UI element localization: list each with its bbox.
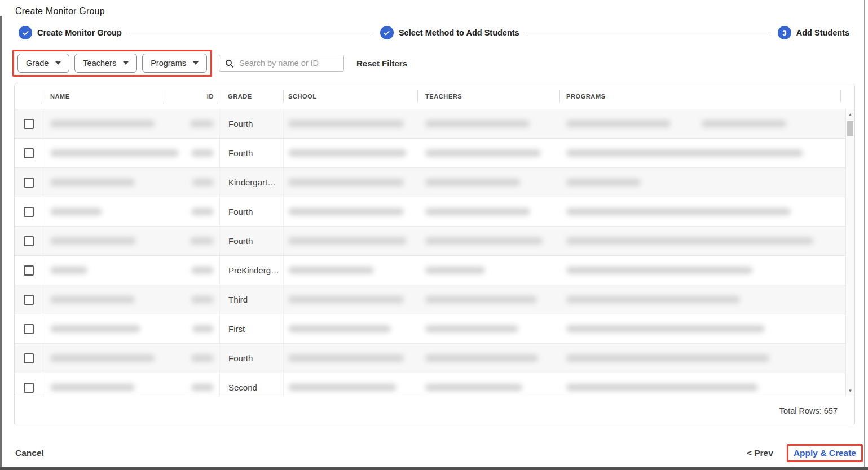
scroll-down-arrow-icon[interactable]: ▼ [846, 387, 854, 394]
programs-cell [560, 139, 854, 167]
grade-cell: Kindergart… [219, 168, 284, 197]
programs-cell [560, 197, 854, 226]
table-scrollbar[interactable]: ▲ ▼ [845, 109, 854, 396]
table-row: PreKinderg… [15, 256, 854, 285]
name-cell [43, 256, 165, 285]
redacted-name [50, 384, 135, 391]
chevron-down-icon [55, 61, 61, 65]
id-cell [165, 314, 219, 343]
grade-cell: First [219, 314, 284, 343]
name-cell [43, 314, 165, 343]
students-table: NAME ID GRADE SCHOOL TEACHERS PROGRAMS F… [14, 83, 855, 425]
redacted-school [288, 120, 404, 127]
right-actions: < Prev Apply & Create [747, 444, 863, 462]
redacted-id [192, 179, 214, 186]
redacted-programs [566, 237, 813, 245]
name-cell [43, 168, 165, 197]
row-checkbox[interactable] [24, 353, 34, 363]
header-school[interactable]: SCHOOL [284, 83, 418, 109]
redacted-teachers [425, 237, 543, 245]
header-grade[interactable]: GRADE [219, 83, 284, 109]
redacted-teachers [425, 384, 522, 391]
page-title: Create Monitor Group [15, 6, 105, 16]
school-cell [284, 285, 418, 314]
cancel-button[interactable]: Cancel [15, 448, 44, 458]
teachers-cell [418, 197, 560, 226]
header-name[interactable]: NAME [43, 83, 165, 109]
school-cell [284, 373, 418, 396]
programs-cell [560, 285, 854, 314]
redacted-teachers [425, 354, 538, 362]
screenshot-right-edge [864, 0, 865, 467]
redacted-id [190, 237, 214, 245]
redacted-teachers [425, 120, 530, 127]
grade-cell: Third [219, 285, 284, 314]
programs-filter-dropdown[interactable]: Programs [142, 54, 207, 73]
id-cell [165, 285, 219, 314]
redacted-school [288, 296, 404, 303]
programs-filter-label: Programs [151, 59, 186, 68]
row-checkbox[interactable] [24, 148, 34, 158]
grade-filter-dropdown[interactable]: Grade [17, 54, 69, 73]
school-cell [284, 344, 418, 373]
search-box [219, 55, 344, 72]
step2-label: Select Method to Add Students [399, 28, 519, 37]
grade-value: Fourth [228, 148, 253, 158]
row-checkbox[interactable] [24, 265, 34, 276]
id-cell [165, 168, 219, 197]
redacted-teachers [425, 208, 530, 215]
row-checkbox[interactable] [24, 295, 34, 305]
row-checkbox[interactable] [24, 119, 34, 129]
redacted-school [288, 179, 404, 186]
prev-button[interactable]: < Prev [747, 448, 773, 458]
redacted-teachers [425, 179, 520, 186]
checkbox-cell [15, 227, 43, 255]
step1-label: Create Monitor Group [37, 28, 122, 37]
apply-highlight-box: Apply & Create [787, 444, 863, 462]
redacted-name [50, 179, 135, 186]
teachers-filter-dropdown[interactable]: Teachers [74, 54, 137, 73]
school-cell [284, 256, 418, 285]
table-row: Fourth [15, 197, 854, 227]
redacted-name [50, 237, 136, 245]
chevron-down-icon [193, 61, 199, 65]
dialog-action-bar: Cancel < Prev Apply & Create [15, 444, 863, 462]
redacted-name [50, 120, 155, 127]
checkbox-cell [15, 168, 43, 197]
teachers-cell [418, 109, 560, 138]
grade-value: First [228, 324, 245, 334]
header-id[interactable]: ID [165, 83, 219, 109]
redacted-school [288, 384, 396, 391]
row-checkbox[interactable] [24, 383, 34, 393]
total-rows-label: Total Rows: 657 [779, 406, 838, 415]
checkbox-cell [15, 256, 43, 285]
search-input[interactable] [239, 59, 338, 68]
step-create-monitor-group: Create Monitor Group [19, 26, 122, 39]
header-programs[interactable]: PROGRAMS [560, 83, 841, 109]
grade-cell: Second [219, 373, 284, 396]
redacted-programs [566, 384, 758, 391]
redacted-school [288, 237, 407, 245]
redacted-programs [702, 120, 786, 127]
row-checkbox[interactable] [24, 178, 34, 188]
teachers-cell [418, 227, 560, 255]
name-cell [43, 373, 165, 396]
redacted-id [190, 120, 214, 127]
row-checkbox[interactable] [24, 324, 34, 334]
table-row: First [15, 314, 854, 344]
header-teachers[interactable]: TEACHERS [418, 83, 560, 109]
apply-and-create-button[interactable]: Apply & Create [794, 448, 856, 458]
redacted-name [50, 149, 179, 157]
scroll-up-arrow-icon[interactable]: ▲ [846, 110, 854, 118]
filters-highlight-box: Grade Teachers Programs [12, 50, 212, 77]
row-checkbox[interactable] [24, 207, 34, 217]
reset-filters-button[interactable]: Reset Filters [356, 59, 407, 68]
step3-number-badge: 3 [778, 26, 791, 39]
redacted-school [288, 208, 404, 215]
scrollbar-thumb[interactable] [847, 121, 853, 136]
id-cell [165, 373, 219, 396]
name-cell [43, 139, 165, 167]
row-checkbox[interactable] [24, 236, 34, 246]
teachers-cell [418, 139, 560, 167]
checkbox-cell [15, 373, 43, 396]
